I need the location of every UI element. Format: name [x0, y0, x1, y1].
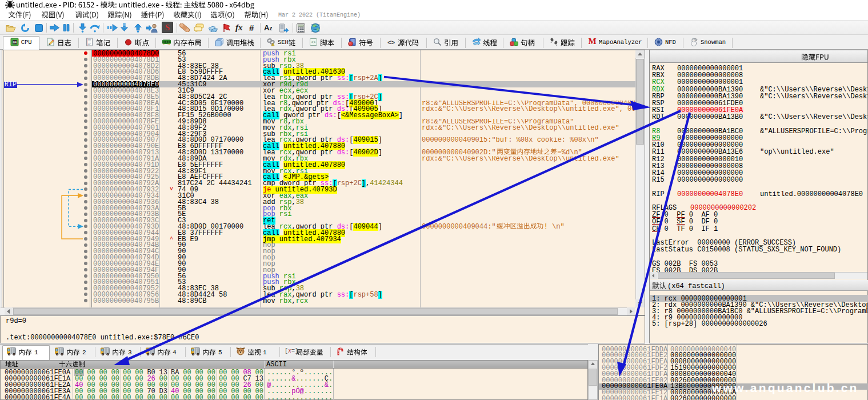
svg-text:<>: <> [387, 39, 395, 46]
svg-text:<>: <> [311, 40, 315, 45]
